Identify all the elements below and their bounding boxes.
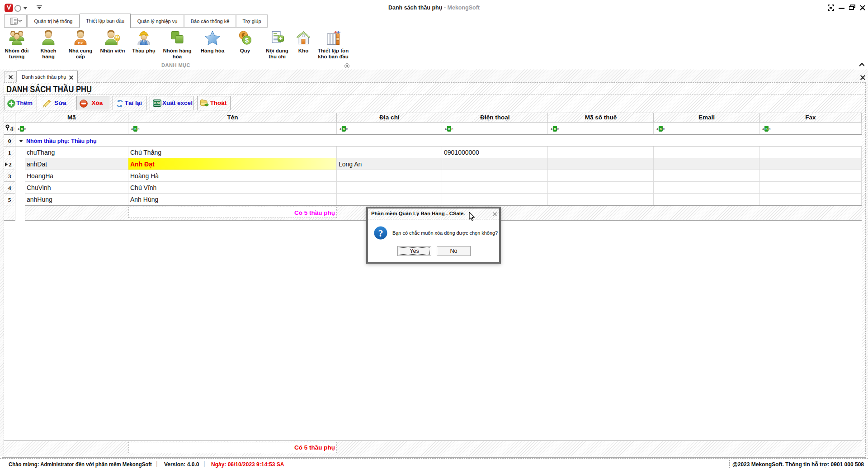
svg-text:C: C (346, 128, 348, 131)
svg-text:A: A (656, 128, 659, 131)
svg-text:A: A (340, 128, 342, 131)
svg-text:DX: DX (78, 41, 83, 45)
svg-text:C: C (451, 128, 453, 131)
svg-text:A: A (18, 128, 20, 131)
svg-text:$: $ (245, 36, 249, 44)
svg-text:A: A (762, 128, 764, 131)
svg-text:?: ? (378, 227, 383, 239)
svg-text:C: C (137, 128, 139, 131)
svg-text:C: C (557, 128, 559, 131)
svg-text:4: 4 (10, 126, 13, 133)
svg-text:A: A (551, 128, 553, 131)
svg-text:A: A (131, 128, 133, 131)
svg-text:C: C (24, 128, 26, 131)
svg-text:C: C (663, 128, 665, 131)
svg-text:A: A (445, 128, 447, 131)
svg-text:C: C (769, 128, 770, 131)
